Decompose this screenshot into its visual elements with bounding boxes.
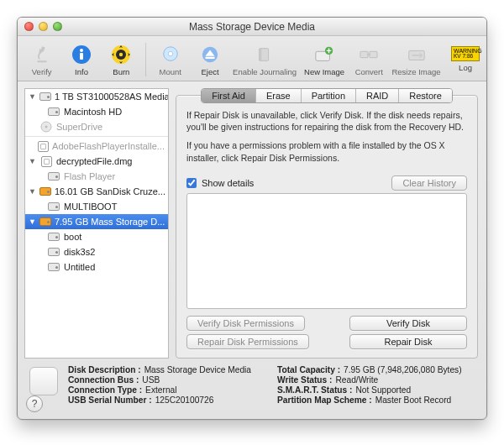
tab-first-aid[interactable]: First Aid bbox=[202, 89, 256, 102]
repair-permissions-button[interactable]: Repair Disk Permissions bbox=[186, 334, 309, 349]
svg-point-6 bbox=[119, 53, 123, 56]
main-panel: First AidErasePartitionRAIDRestore If Re… bbox=[176, 88, 478, 359]
sidebar-item[interactable]: AdobeFlashPlayerInstalle... bbox=[25, 139, 168, 154]
disclosure-triangle-icon[interactable]: ▼ bbox=[29, 157, 36, 165]
toolbar-info[interactable]: Info bbox=[64, 42, 98, 76]
meta-row: USB Serial Number :125C20100726 bbox=[68, 395, 265, 405]
meta-label: Write Status : bbox=[277, 375, 332, 385]
toolbar-verify-label: Verify bbox=[32, 67, 52, 76]
clear-history-button[interactable]: Clear History bbox=[391, 175, 467, 191]
dmg-icon bbox=[38, 140, 49, 152]
sidebar-item-label: 7.95 GB Mass Storage D... bbox=[55, 217, 165, 227]
zoom-button[interactable] bbox=[53, 22, 62, 31]
sidebar-item[interactable]: Flash Player bbox=[25, 169, 168, 184]
toolbar-log[interactable]: WARNINGKV 7:86 Log bbox=[451, 46, 480, 72]
svg-point-2 bbox=[80, 49, 83, 52]
eject-icon bbox=[197, 42, 223, 67]
minimize-button[interactable] bbox=[39, 22, 48, 31]
internal-drive-icon bbox=[47, 170, 60, 182]
sidebar-item[interactable]: Untitled bbox=[25, 259, 168, 275]
tab-erase[interactable]: Erase bbox=[256, 89, 302, 102]
internal-drive-icon bbox=[39, 91, 51, 102]
new-image-icon bbox=[312, 42, 337, 67]
toolbar-new-image[interactable]: New Image bbox=[302, 42, 346, 76]
close-button[interactable] bbox=[24, 22, 34, 31]
first-aid-panel: If Repair Disk is unavailable, click Ver… bbox=[176, 95, 478, 359]
toolbar-enable-journaling[interactable]: Enable Journaling bbox=[233, 42, 297, 76]
toolbar-mount-label: Mount bbox=[159, 67, 181, 76]
disclosure-triangle-icon[interactable]: ▼ bbox=[29, 217, 36, 226]
dmg-icon bbox=[39, 155, 53, 167]
sidebar-item-label: 1 TB ST31000528AS Media bbox=[55, 92, 168, 102]
sidebar-item-label: boot bbox=[64, 232, 81, 242]
log-output[interactable] bbox=[186, 193, 467, 309]
toolbar-burn[interactable]: Burn bbox=[104, 42, 139, 76]
help-button[interactable]: ? bbox=[26, 395, 43, 412]
meta-value: Master Boot Record bbox=[375, 395, 452, 405]
toolbar-verify[interactable]: Verify bbox=[24, 42, 59, 76]
toolbar-eject-label: Eject bbox=[201, 67, 218, 76]
toolbar-convert[interactable]: Convert bbox=[352, 42, 386, 76]
disclosure-triangle-icon[interactable]: ▼ bbox=[29, 187, 36, 196]
tab-bar: First AidErasePartitionRAIDRestore bbox=[201, 88, 453, 103]
meta-row: Write Status :Read/Write bbox=[277, 375, 475, 385]
sidebar-item-label: AdobeFlashPlayerInstalle... bbox=[52, 141, 165, 151]
show-details-checkbox[interactable] bbox=[186, 178, 197, 188]
toolbar-info-label: Info bbox=[75, 67, 88, 76]
meta-label: Connection Type : bbox=[68, 385, 142, 395]
sidebar-item[interactable]: ▼decryptedFile.dmg bbox=[25, 154, 168, 169]
disclosure-triangle-icon[interactable]: ▼ bbox=[29, 92, 36, 101]
meta-value: USB bbox=[142, 375, 160, 385]
burn-icon bbox=[108, 42, 134, 67]
internal-drive-icon bbox=[47, 261, 60, 273]
tab-restore[interactable]: Restore bbox=[399, 89, 452, 102]
sidebar-item[interactable]: MULTIBOOT bbox=[25, 199, 168, 214]
sidebar-item[interactable]: ▼1 TB ST31000528AS Media bbox=[25, 89, 168, 104]
meta-value: External bbox=[145, 385, 176, 395]
tab-raid[interactable]: RAID bbox=[356, 89, 399, 102]
footer: Disk Description :Mass Storage Device Me… bbox=[18, 359, 486, 413]
sidebar-item-label: MULTIBOOT bbox=[64, 202, 117, 212]
internal-drive-icon bbox=[47, 246, 60, 258]
external-drive-icon bbox=[39, 186, 51, 197]
sidebar-item[interactable]: boot bbox=[25, 229, 168, 244]
meta-row: Connection Bus :USB bbox=[68, 375, 265, 385]
sidebar[interactable]: ▼1 TB ST31000528AS MediaMacintosh HDSupe… bbox=[24, 88, 169, 359]
sidebar-item[interactable]: ▼7.95 GB Mass Storage D... bbox=[25, 214, 168, 229]
external-drive-icon bbox=[39, 216, 51, 228]
meta-label: Disk Description : bbox=[68, 365, 141, 374]
resize-icon bbox=[404, 42, 429, 67]
toolbar-resize-label: Resize Image bbox=[391, 67, 440, 76]
meta-label: Partition Map Scheme : bbox=[277, 395, 372, 405]
toolbar-log-label: Log bbox=[459, 63, 472, 72]
sidebar-item-label: Macintosh HD bbox=[64, 107, 122, 117]
toolbar-newimage-label: New Image bbox=[304, 67, 344, 76]
tab-partition[interactable]: Partition bbox=[302, 89, 356, 102]
warning-badge-icon: WARNINGKV 7:86 bbox=[451, 46, 480, 61]
info-icon bbox=[69, 42, 94, 67]
drive-icon bbox=[29, 367, 58, 395]
toolbar: Verify Info Burn Mount bbox=[18, 36, 486, 81]
toolbar-burn-label: Burn bbox=[113, 67, 129, 76]
sidebar-item[interactable]: ▼16.01 GB SanDisk Cruze... bbox=[25, 184, 168, 199]
svg-point-8 bbox=[168, 51, 173, 56]
sidebar-item[interactable]: SuperDrive bbox=[25, 119, 168, 134]
sidebar-item-label: Flash Player bbox=[64, 171, 115, 181]
svg-rect-12 bbox=[260, 49, 262, 61]
sidebar-item-label: Untitled bbox=[64, 262, 95, 272]
meta-value: Mass Storage Device Media bbox=[144, 365, 251, 374]
verify-permissions-button[interactable]: Verify Disk Permissions bbox=[186, 316, 305, 331]
sidebar-item[interactable]: disk3s2 bbox=[25, 244, 168, 259]
toolbar-resize-image[interactable]: Resize Image bbox=[391, 42, 441, 76]
svg-rect-15 bbox=[360, 51, 368, 57]
svg-rect-10 bbox=[206, 57, 215, 59]
meta-row: S.M.A.R.T. Status :Not Supported bbox=[277, 385, 475, 395]
sidebar-item[interactable]: Macintosh HD bbox=[25, 104, 168, 119]
meta-label: Total Capacity : bbox=[277, 365, 340, 374]
repair-disk-button[interactable]: Repair Disk bbox=[349, 334, 467, 349]
meta-row: Total Capacity :7.95 GB (7,948,206,080 B… bbox=[277, 365, 475, 374]
meta-value: 7.95 GB (7,948,206,080 Bytes) bbox=[344, 365, 461, 374]
verify-disk-button[interactable]: Verify Disk bbox=[349, 316, 467, 331]
toolbar-mount[interactable]: Mount bbox=[153, 42, 187, 76]
toolbar-eject[interactable]: Eject bbox=[192, 42, 227, 76]
